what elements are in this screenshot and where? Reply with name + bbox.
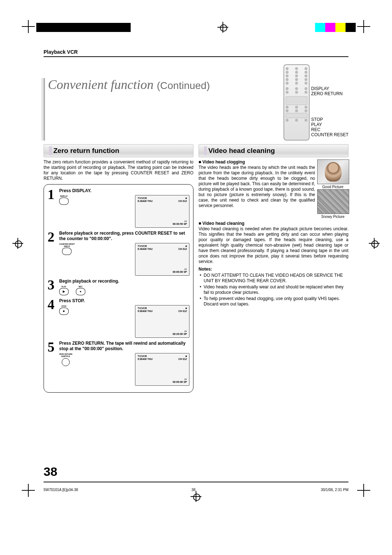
registration-mark-right bbox=[369, 238, 380, 249]
keycap-icon: PLAY▶ bbox=[59, 285, 69, 295]
osd-screen: TV/VCR■8:40AM THUCH 012▭00:00:00 SP bbox=[135, 243, 189, 276]
cleaning-heading: Video head cleaning bbox=[199, 221, 348, 226]
footer: 5W70101A [E]p34-38 38 30/1/06, 2:31 PM bbox=[44, 488, 348, 492]
section-heading-cleaning: Video head cleaning bbox=[199, 144, 348, 157]
footer-right: 30/1/06, 2:31 PM bbox=[321, 488, 348, 492]
keycap-icon: STOP■ bbox=[59, 305, 69, 315]
remote-label-display: DISPLAY bbox=[311, 86, 348, 91]
step-text: Press ZERO RETURN. The tape will rewind … bbox=[59, 341, 189, 352]
crop-mark bbox=[22, 20, 35, 33]
crop-mark bbox=[357, 20, 370, 33]
registration-mark-left bbox=[12, 238, 23, 249]
col-left: Zero return function The zero return fun… bbox=[44, 144, 193, 393]
step-body: Press ZERO RETURN. The tape will rewind … bbox=[59, 341, 189, 386]
keycap-icon: COUNTER RESETANGLE bbox=[59, 243, 75, 255]
step-number: 3 bbox=[48, 279, 57, 295]
steps-box: 1Press DISPLAY.DISPLAYTV/VCR■8:40AM THUC… bbox=[44, 184, 193, 393]
step: 2Before playback or recording, press COU… bbox=[48, 231, 189, 276]
divider bbox=[44, 56, 348, 57]
cal-black bbox=[36, 23, 131, 32]
remote-diagram: DISPLAY ZERO RETURN STOP PLAY REC COUNTE… bbox=[283, 64, 348, 141]
zero-return-intro: The zero return function provides a conv… bbox=[44, 159, 193, 181]
step-text: Press DISPLAY. bbox=[59, 188, 189, 194]
step: 3Begin playback or recording.PLAY▶REC● bbox=[48, 279, 189, 295]
keycap-icon: ZERO RETURNSUBTITLE bbox=[59, 353, 72, 366]
page: Playback VCR Convenient function (Contin… bbox=[0, 0, 392, 555]
step-number: 5 bbox=[48, 341, 57, 386]
page-number: 38 bbox=[44, 465, 57, 479]
snowy-picture-icon bbox=[317, 189, 349, 214]
keycap-icon: REC● bbox=[76, 285, 85, 295]
remote-label-zero-return: ZERO RETURN bbox=[311, 91, 348, 96]
col-right: Video head cleaning Good Picture Snowy P… bbox=[199, 144, 348, 393]
remote-label-play: PLAY bbox=[311, 122, 348, 127]
step-number: 2 bbox=[48, 231, 57, 276]
remote-label-counter-reset: COUNTER RESET bbox=[311, 132, 348, 137]
remote-labels: DISPLAY ZERO RETURN STOP PLAY REC COUNTE… bbox=[311, 64, 348, 137]
page-title: Convenient function (Continued) bbox=[44, 78, 210, 141]
content: Playback VCR Convenient function (Contin… bbox=[44, 49, 348, 393]
good-picture-icon bbox=[317, 159, 349, 184]
remote-label-stop: STOP bbox=[311, 117, 348, 122]
keycap-icon: DISPLAY bbox=[59, 195, 69, 205]
note-item: To help prevent video head clogging, use… bbox=[204, 296, 348, 307]
step-text: Before playback or recording, press COUN… bbox=[59, 231, 189, 242]
step: 4Press STOP.STOP■TV/VCR■9:00AM THUCH 012… bbox=[48, 298, 189, 338]
snowy-picture-label: Snowy Picture bbox=[317, 215, 348, 219]
step-row: DISPLAYTV/VCR■8:40AM THUCH 012▭00:30:50 … bbox=[59, 195, 189, 228]
cleaning-text: Video head cleaning is needed when the p… bbox=[199, 226, 348, 264]
crop-mark bbox=[357, 484, 370, 497]
step-number: 4 bbox=[48, 298, 57, 338]
step-text: Press STOP. bbox=[59, 298, 189, 304]
picture-examples: Good Picture Snowy Picture bbox=[317, 159, 348, 219]
section-heading-zero-return: Zero return function bbox=[44, 144, 193, 157]
remote-label-rec: REC bbox=[311, 127, 348, 132]
osd-screen: TV/VCR■9:00AM THUCH 012▭00:00:00 SP bbox=[135, 353, 189, 386]
divider bbox=[44, 482, 348, 482]
step: 5Press ZERO RETURN. The tape will rewind… bbox=[48, 341, 189, 386]
notes-heading: Notes: bbox=[199, 267, 348, 272]
calibration-bar bbox=[36, 22, 356, 33]
step-body: Press STOP.STOP■TV/VCR■9:00AM THUCH 012▭… bbox=[59, 298, 189, 338]
step-row: PLAY▶REC● bbox=[59, 285, 189, 295]
note-item: DO NOT ATTEMPT TO CLEAN THE VIDEO HEADS … bbox=[204, 273, 348, 284]
footer-mid: 38 bbox=[191, 488, 195, 492]
footer-left: 5W70101A [E]p34-38 bbox=[44, 488, 78, 492]
remote-icon bbox=[283, 64, 310, 141]
breadcrumb: Playback VCR bbox=[44, 49, 348, 55]
step-row: ZERO RETURNSUBTITLETV/VCR■9:00AM THUCH 0… bbox=[59, 353, 189, 386]
registration-mark-top bbox=[217, 22, 228, 33]
step-row: STOP■TV/VCR■9:00AM THUCH 012▭00:20:00 SP bbox=[59, 305, 189, 338]
osd-screen: TV/VCR■8:40AM THUCH 012▭00:30:50 SP bbox=[135, 195, 189, 228]
step-body: Press DISPLAY.DISPLAYTV/VCR■8:40AM THUCH… bbox=[59, 188, 189, 228]
cal-colors bbox=[315, 23, 356, 32]
crop-mark bbox=[22, 484, 35, 497]
step: 1Press DISPLAY.DISPLAYTV/VCR■8:40AM THUC… bbox=[48, 188, 189, 228]
step-row: COUNTER RESETANGLETV/VCR■8:40AM THUCH 01… bbox=[59, 243, 189, 276]
step-body: Before playback or recording, press COUN… bbox=[59, 231, 189, 276]
step-text: Begin playback or recording. bbox=[59, 279, 189, 284]
step-number: 1 bbox=[48, 188, 57, 228]
osd-screen: TV/VCR■9:00AM THUCH 012▭00:20:00 SP bbox=[135, 305, 189, 338]
notes-list: DO NOT ATTEMPT TO CLEAN THE VIDEO HEADS … bbox=[199, 273, 348, 307]
step-body: Begin playback or recording.PLAY▶REC● bbox=[59, 279, 189, 295]
note-item: Video heads may eventually wear out and … bbox=[204, 284, 348, 295]
good-picture-label: Good Picture bbox=[317, 185, 348, 190]
